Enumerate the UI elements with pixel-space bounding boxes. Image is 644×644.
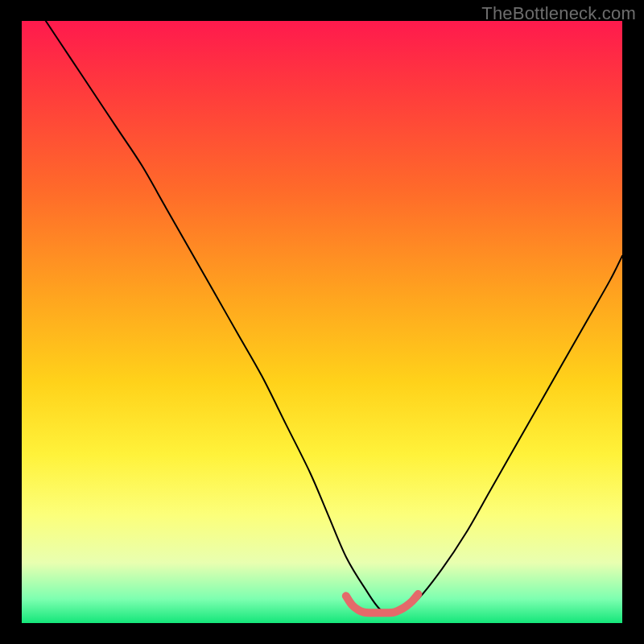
chart-frame: TheBottleneck.com [0,0,644,644]
optimal-zone-highlight [346,594,419,613]
watermark-text: TheBottleneck.com [481,3,636,24]
bottleneck-curve [46,21,622,613]
chart-svg [22,21,622,623]
chart-plot-area [22,21,622,623]
